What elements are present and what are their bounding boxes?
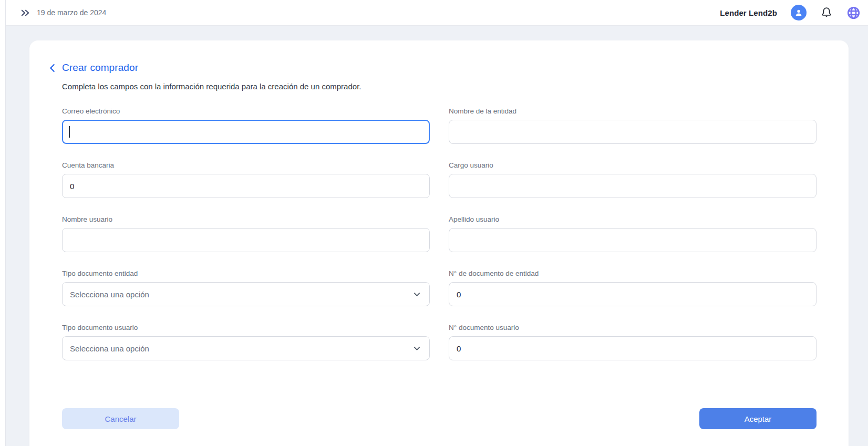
field-cargo-usuario: Cargo usuario <box>449 161 817 198</box>
field-nombre-entidad: Nombre de la entidad <box>449 107 817 144</box>
create-buyer-card: Crear comprador Completa los campos con … <box>29 40 849 446</box>
field-apellido-usuario: Apellido usuario <box>449 215 817 252</box>
user-avatar[interactable] <box>791 5 807 20</box>
field-label: Tipo documento entidad <box>62 269 430 278</box>
field-label: Nombre usuario <box>62 215 430 224</box>
collapsed-sidebar-edge <box>0 0 6 446</box>
numero-documento-entidad-input[interactable] <box>449 282 817 306</box>
nombre-entidad-input[interactable] <box>449 120 817 144</box>
person-icon <box>794 8 803 17</box>
cuenta-bancaria-input[interactable] <box>62 174 430 198</box>
bell-icon <box>820 6 833 19</box>
cargo-usuario-input[interactable] <box>449 174 817 198</box>
field-label: Nombre de la entidad <box>449 107 817 116</box>
form-actions: Cancelar Aceptar <box>62 408 817 446</box>
correo-electronico-input[interactable] <box>62 120 430 144</box>
text-cursor <box>69 126 70 138</box>
current-date: 19 de marzo de 2024 <box>37 8 106 17</box>
field-correo-electronico: Correo electrónico <box>62 107 430 144</box>
notifications-button[interactable] <box>820 6 833 19</box>
main-area: 19 de marzo de 2024 Lender Lend2b <box>6 0 868 446</box>
field-label: Cargo usuario <box>449 161 817 170</box>
tipo-documento-entidad-select[interactable]: Selecciona una opción <box>62 282 430 306</box>
tipo-documento-usuario-select[interactable]: Selecciona una opción <box>62 336 430 360</box>
page-description: Completa los campos con la información r… <box>62 82 817 91</box>
select-placeholder: Selecciona una opción <box>70 290 149 299</box>
field-label: N° de documento de entidad <box>449 269 817 278</box>
topbar-left: 19 de marzo de 2024 <box>20 8 106 18</box>
apellido-usuario-input[interactable] <box>449 228 817 252</box>
field-nombre-usuario: Nombre usuario <box>62 215 430 252</box>
field-label: Cuenta bancaria <box>62 161 430 170</box>
topbar: 19 de marzo de 2024 Lender Lend2b <box>6 0 868 26</box>
field-tipo-documento-entidad: Tipo documento entidad Selecciona una op… <box>62 269 430 306</box>
field-label: Apellido usuario <box>449 215 817 224</box>
expand-sidebar-button[interactable] <box>20 8 30 18</box>
cancel-button[interactable]: Cancelar <box>62 408 179 429</box>
chevron-down-icon <box>413 291 421 298</box>
page-content: Crear comprador Completa los campos con … <box>6 26 868 446</box>
field-numero-documento-usuario: N° documento usuario <box>449 324 817 360</box>
field-tipo-documento-usuario: Tipo documento usuario Selecciona una op… <box>62 324 430 360</box>
field-label: N° documento usuario <box>449 324 817 332</box>
field-label: Correo electrónico <box>62 107 430 116</box>
field-label: Tipo documento usuario <box>62 324 430 332</box>
user-label: Lender Lend2b <box>720 8 777 17</box>
back-button[interactable] <box>48 64 56 72</box>
card-header: Crear comprador <box>48 62 817 74</box>
buyer-form: Correo electrónico Nombre de la entidad <box>62 107 817 360</box>
field-numero-documento-entidad: N° de documento de entidad <box>449 269 817 306</box>
accept-button[interactable]: Aceptar <box>699 408 817 429</box>
language-button[interactable] <box>846 6 861 20</box>
double-chevron-right-icon <box>20 8 30 18</box>
page-title: Crear comprador <box>62 62 138 74</box>
app-root: 19 de marzo de 2024 Lender Lend2b <box>0 0 868 446</box>
topbar-right: Lender Lend2b <box>720 5 861 20</box>
chevron-left-icon <box>48 64 56 72</box>
nombre-usuario-input[interactable] <box>62 228 430 252</box>
field-cuenta-bancaria: Cuenta bancaria <box>62 161 430 198</box>
select-placeholder: Selecciona una opción <box>70 344 149 353</box>
chevron-down-icon <box>413 345 421 352</box>
globe-icon <box>846 6 861 20</box>
numero-documento-usuario-input[interactable] <box>449 336 817 360</box>
